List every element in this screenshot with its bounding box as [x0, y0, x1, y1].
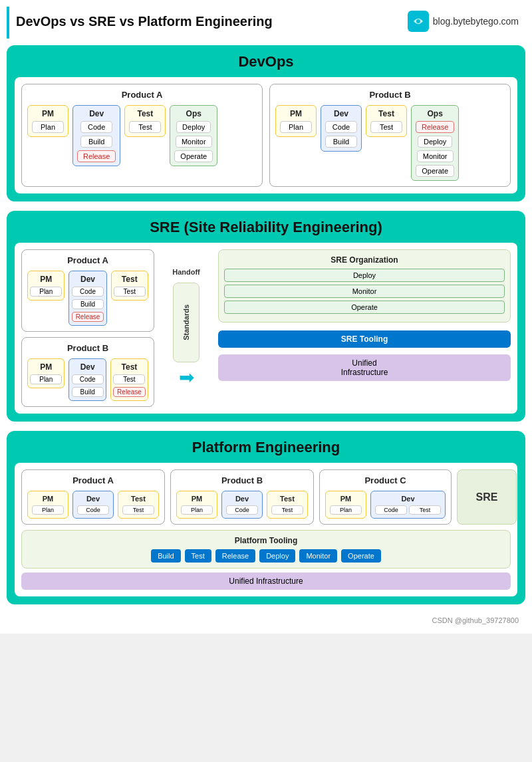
platform-tool-deploy: Deploy: [259, 549, 295, 563]
svg-point-0: [416, 19, 420, 23]
sre-standards-text: Standards: [182, 305, 190, 340]
platform-product-a: Product A PM Plan Dev Code Test Test: [21, 469, 165, 525]
devops-product-b-roles: PM Plan Dev Code Build Test Test: [275, 105, 505, 181]
devops-b-dev-code: Code: [325, 121, 357, 133]
platform-a-dev: Dev Code: [72, 491, 114, 519]
sre-b-dev-label: Dev: [80, 362, 95, 372]
devops-b-pm-box: PM Plan: [275, 105, 317, 137]
page: DevOps vs SRE vs Platform Engineering bl…: [0, 0, 532, 634]
platform-b-pm-plan: Plan: [181, 505, 213, 515]
platform-product-c: Product C PM Plan Dev Code Test: [319, 469, 452, 525]
platform-a-pm-plan: Plan: [32, 505, 64, 515]
platform-b-pm-label: PM: [192, 495, 203, 503]
platform-c-dev-label: Dev: [401, 495, 414, 503]
sre-org-box: SRE Organization Deploy Monitor Operate: [218, 249, 511, 322]
devops-product-b-title: Product B: [275, 90, 505, 100]
platform-tool-test: Test: [185, 549, 211, 563]
devops-a-ops-monitor: Monitor: [176, 136, 212, 148]
platform-a-test: Test Test: [118, 491, 159, 519]
sre-b-dev-build: Build: [72, 387, 104, 397]
platform-b-title: Product B: [176, 475, 308, 485]
platform-c-dev-tasks: Code Test: [375, 505, 441, 515]
platform-c-dev: Dev Code Test: [370, 491, 446, 519]
sre-handoff-label: Handoff: [172, 268, 200, 276]
sre-a-dev-build: Build: [72, 299, 104, 309]
platform-title: Platform Engineering: [15, 439, 517, 456]
devops-product-a-roles: PM Plan Dev Code Build Release Test: [27, 105, 257, 166]
devops-a-ops-deploy: Deploy: [176, 121, 211, 133]
sre-b-dev: Dev Code Build: [68, 358, 106, 401]
platform-a-title: Product A: [27, 475, 159, 485]
platform-a-dev-label: Dev: [86, 495, 100, 503]
sre-product-b: Product B PM Plan Dev Code Build: [21, 337, 154, 407]
platform-inner: Product A PM Plan Dev Code Test Test: [15, 463, 517, 596]
platform-c-dev-code: Code: [375, 505, 407, 515]
platform-section: Platform Engineering Product A PM Plan D…: [7, 431, 525, 604]
devops-section: DevOps Product A PM Plan Dev: [7, 45, 525, 201]
devops-a-test-task: Test: [129, 121, 161, 133]
platform-tools-row: Build Test Release Deploy Monitor Operat…: [27, 549, 505, 563]
platform-tool-release: Release: [215, 549, 255, 563]
platform-c-roles: PM Plan Dev Code Test: [325, 491, 446, 519]
sre-b-pm: PM Plan: [27, 358, 65, 388]
sre-b-test: Test Test Release: [110, 358, 148, 401]
sre-a-pm: PM Plan: [27, 271, 65, 301]
sre-tooling: SRE Tooling: [218, 330, 511, 348]
platform-c-pm-label: PM: [340, 495, 352, 503]
devops-b-ops-operate: Operate: [416, 165, 454, 177]
devops-title: DevOps: [15, 53, 517, 70]
sre-org-deploy: Deploy: [224, 269, 505, 282]
page-title: DevOps vs SRE vs Platform Engineering: [16, 14, 273, 29]
platform-a-pm: PM Plan: [27, 491, 68, 519]
devops-a-dev-release: Release: [77, 150, 116, 162]
sre-b-pm-label: PM: [40, 362, 52, 372]
sre-a-roles: PM Plan Dev Code Build Release Test: [27, 271, 148, 326]
sre-b-test-task: Test: [113, 374, 145, 384]
platform-products-row: Product A PM Plan Dev Code Test Test: [21, 469, 511, 525]
platform-a-dev-code: Code: [77, 505, 109, 515]
header: DevOps vs SRE vs Platform Engineering bl…: [7, 7, 525, 39]
devops-b-dev-build: Build: [325, 136, 357, 148]
sre-inner: Product A PM Plan Dev Code Build Release: [15, 243, 517, 414]
sre-b-pm-plan: Plan: [30, 374, 62, 384]
devops-a-test-label: Test: [137, 109, 153, 118]
sre-arrow-icon: ➡: [179, 366, 194, 388]
devops-a-ops-operate: Operate: [174, 150, 213, 162]
platform-c-pm: PM Plan: [325, 491, 366, 519]
platform-a-test-task: Test: [122, 505, 154, 515]
platform-c-dev-test: Test: [409, 505, 441, 515]
sre-a-test-task: Test: [114, 287, 146, 297]
sre-b-roles: PM Plan Dev Code Build Test Test: [27, 358, 148, 401]
sre-a-pm-plan: Plan: [30, 287, 62, 297]
platform-tool-build: Build: [151, 549, 180, 563]
sre-products: Product A PM Plan Dev Code Build Release: [21, 249, 154, 407]
logo: blog.bytebytego.com: [408, 11, 519, 32]
devops-b-ops-release: Release: [416, 121, 454, 133]
devops-b-test-box: Test Test: [366, 105, 407, 137]
sre-a-dev-code: Code: [72, 287, 104, 297]
sre-product-a-title: Product A: [27, 255, 148, 265]
devops-b-test-label: Test: [378, 109, 394, 118]
sre-infra: UnifiedInfrastructure: [218, 354, 511, 381]
devops-a-pm-box: PM Plan: [27, 105, 68, 137]
sre-standards-box: Standards: [173, 283, 200, 362]
platform-b-dev-label: Dev: [235, 495, 249, 503]
platform-b-test: Test Test: [267, 491, 308, 519]
platform-sre-box: SRE: [457, 469, 517, 525]
devops-a-ops-box: Ops Deploy Monitor Operate: [170, 105, 217, 166]
sre-a-dev-label: Dev: [80, 275, 95, 284]
devops-product-a: Product A PM Plan Dev Code Build Release: [21, 84, 263, 187]
devops-a-pm-label: PM: [42, 109, 54, 118]
platform-b-dev: Dev Code: [221, 491, 263, 519]
devops-a-dev-label: Dev: [89, 109, 104, 118]
devops-b-ops-label: Ops: [428, 109, 443, 118]
sre-b-test-label: Test: [122, 362, 138, 372]
platform-tooling-title: Platform Tooling: [27, 536, 505, 545]
sre-org-section: SRE Organization Deploy Monitor Operate …: [218, 249, 511, 407]
platform-a-test-label: Test: [131, 495, 146, 503]
sre-section: SRE (Site Reliability Engineering) Produ…: [7, 211, 525, 422]
platform-a-roles: PM Plan Dev Code Test Test: [27, 491, 159, 519]
platform-tool-monitor: Monitor: [299, 549, 337, 563]
sre-a-pm-label: PM: [40, 275, 52, 284]
platform-b-pm: PM Plan: [176, 491, 217, 519]
